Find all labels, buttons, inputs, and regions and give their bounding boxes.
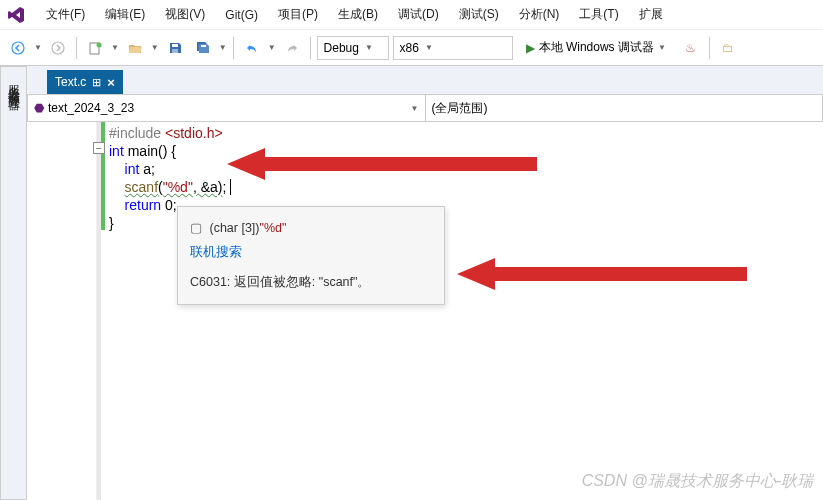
hot-reload-button[interactable]: ♨: [679, 36, 703, 60]
editor-area: Text.c ⊞ × ⬣text_2024_3_23 ▼ (全局范围) − #i…: [27, 66, 823, 500]
tooltip-definition: ▢ (char [3])"%d": [190, 217, 432, 241]
code-editor[interactable]: − #include <stdio.h> int main() { int a;…: [27, 122, 823, 500]
redo-button[interactable]: [280, 36, 304, 60]
debugger-label: 本地 Windows 调试器: [539, 39, 654, 56]
undo-button[interactable]: [240, 36, 264, 60]
new-item-button[interactable]: [83, 36, 107, 60]
menu-edit[interactable]: 编辑(E): [95, 2, 155, 27]
svg-point-0: [12, 42, 24, 54]
code-token: int: [109, 143, 124, 159]
outline-toggle[interactable]: −: [93, 142, 105, 154]
tooltip-type: (char [3]): [209, 221, 259, 235]
nav-forward-button[interactable]: [46, 36, 70, 60]
menu-view[interactable]: 视图(V): [155, 2, 215, 27]
code-token: }: [109, 215, 114, 231]
code-token: main() {: [124, 143, 176, 159]
project-icon: ⬣: [34, 101, 44, 115]
online-search-link[interactable]: 联机搜索: [190, 241, 432, 265]
svg-point-1: [52, 42, 64, 54]
start-debugging-button[interactable]: ▶ 本地 Windows 调试器 ▼: [517, 36, 675, 60]
pin-icon[interactable]: ⊞: [92, 76, 101, 89]
svg-marker-7: [227, 148, 537, 180]
chevron-down-icon[interactable]: ▼: [268, 43, 276, 52]
platform-combo[interactable]: x86 ▼: [393, 36, 513, 60]
tab-filename: Text.c: [55, 75, 86, 89]
code-token: #include: [109, 125, 165, 141]
tooltip-value: "%d": [260, 221, 287, 235]
code-token: return: [125, 197, 162, 213]
chevron-down-icon: ▼: [365, 43, 373, 52]
menu-test[interactable]: 测试(S): [449, 2, 509, 27]
quickinfo-tooltip: ▢ (char [3])"%d" 联机搜索 C6031: 返回值被忽略: "sc…: [177, 206, 445, 305]
chevron-down-icon[interactable]: ▼: [151, 43, 159, 52]
chevron-down-icon: ▼: [411, 104, 419, 113]
svg-marker-8: [457, 258, 747, 290]
nav-back-button[interactable]: [6, 36, 30, 60]
menu-build[interactable]: 生成(B): [328, 2, 388, 27]
gutter: [27, 122, 97, 500]
code-token: 0;: [161, 197, 177, 213]
chevron-down-icon: ▼: [658, 43, 666, 52]
chevron-down-icon[interactable]: ▼: [34, 43, 42, 52]
code-scanf-call: scanf("%d", &a): [125, 179, 223, 195]
tab-row: Text.c ⊞ ×: [27, 66, 823, 94]
menu-extensions[interactable]: 扩展: [629, 2, 673, 27]
folder-icon: 🗀: [722, 41, 734, 55]
server-explorer-tab[interactable]: 服务器资源管理器: [0, 66, 27, 500]
play-icon: ▶: [526, 41, 535, 55]
save-all-button[interactable]: [191, 36, 215, 60]
tooltip-warning: C6031: 返回值被忽略: "scanf"。: [190, 271, 432, 295]
configuration-combo[interactable]: Debug ▼: [317, 36, 389, 60]
watermark: CSDN @瑞晟技术服务中心-耿瑞: [582, 471, 813, 492]
browse-button[interactable]: 🗀: [716, 36, 740, 60]
menu-git[interactable]: Git(G): [215, 4, 268, 26]
navigation-bar: ⬣text_2024_3_23 ▼ (全局范围): [27, 94, 823, 122]
svg-rect-5: [172, 49, 178, 53]
code-token: int: [125, 161, 140, 177]
code-token: <stdio.h>: [165, 125, 223, 141]
vs-logo-icon: [4, 3, 28, 27]
menu-file[interactable]: 文件(F): [36, 2, 95, 27]
chevron-down-icon[interactable]: ▼: [219, 43, 227, 52]
menu-debug[interactable]: 调试(D): [388, 2, 449, 27]
chevron-down-icon[interactable]: ▼: [111, 43, 119, 52]
open-button[interactable]: [123, 36, 147, 60]
save-button[interactable]: [163, 36, 187, 60]
menu-analyze[interactable]: 分析(N): [509, 2, 570, 27]
file-tab[interactable]: Text.c ⊞ ×: [47, 70, 123, 94]
svg-rect-4: [172, 44, 178, 47]
svg-rect-6: [201, 45, 206, 47]
definition-icon: ▢: [190, 221, 202, 235]
menu-project[interactable]: 项目(P): [268, 2, 328, 27]
scope-value: (全局范围): [432, 100, 488, 117]
project-dropdown[interactable]: ⬣text_2024_3_23 ▼: [28, 95, 426, 121]
annotation-arrow-bottom: [457, 252, 757, 296]
menu-tools[interactable]: 工具(T): [569, 2, 628, 27]
change-bar: [101, 122, 105, 230]
code-token: a;: [139, 161, 155, 177]
annotation-arrow-top: [227, 142, 547, 186]
chevron-down-icon: ▼: [425, 43, 433, 52]
svg-point-3: [96, 42, 101, 47]
project-name: text_2024_3_23: [48, 101, 134, 115]
fire-icon: ♨: [685, 41, 696, 55]
configuration-value: Debug: [324, 41, 359, 55]
platform-value: x86: [400, 41, 419, 55]
close-icon[interactable]: ×: [107, 75, 115, 90]
menu-bar: 文件(F) 编辑(E) 视图(V) Git(G) 项目(P) 生成(B) 调试(…: [0, 0, 823, 30]
scope-dropdown[interactable]: (全局范围): [426, 95, 823, 121]
toolbar: ▼ ▼ ▼ ▼ ▼ Debug ▼ x86 ▼ ▶ 本地 Windows 调试器…: [0, 30, 823, 66]
